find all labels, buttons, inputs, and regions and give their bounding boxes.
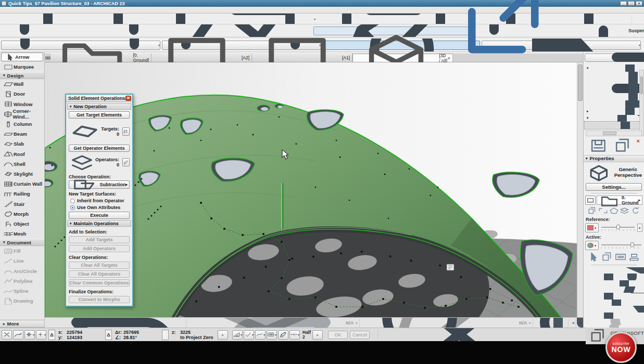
quick-option-row[interactable]: 02 DRAFTING ▸ bbox=[584, 293, 644, 299]
get-operator-elements-button[interactable]: Get Operator Elements bbox=[69, 145, 130, 152]
toolbox-more[interactable]: ▸ More bbox=[0, 320, 44, 328]
panes-grid-icon[interactable] bbox=[45, 54, 51, 62]
new-operation-section[interactable]: ▾New Operation bbox=[67, 103, 131, 110]
toolbox-item[interactable]: Wall bbox=[0, 79, 44, 89]
edit-tool-button[interactable]: ▾ bbox=[537, 330, 586, 339]
toolbox-item[interactable]: Object bbox=[0, 219, 44, 229]
scrollbar-thumb[interactable] bbox=[578, 64, 583, 101]
clear-common-operations-button[interactable]: Clear Common Operations bbox=[69, 279, 130, 287]
new-folder-icon[interactable] bbox=[612, 138, 634, 153]
dialog-close-icon[interactable]: ✕ bbox=[125, 96, 131, 101]
tab-close-icon[interactable]: × bbox=[448, 56, 450, 61]
coordinate-value[interactable]: 28.81° bbox=[123, 335, 137, 340]
guide-tool-button[interactable] bbox=[278, 330, 288, 340]
quick-option-row[interactable]: No Overrides ▸ bbox=[584, 300, 644, 306]
story-marker-button[interactable] bbox=[585, 196, 596, 205]
toolbox-item[interactable]: Window bbox=[0, 99, 44, 109]
add-operators-button[interactable]: Add Operators bbox=[69, 245, 130, 252]
tree-item[interactable]: TITLEBLOCK - A1 VER bbox=[585, 86, 644, 93]
split-icon[interactable] bbox=[614, 252, 627, 262]
tree-item[interactable]: Generic Perspective bbox=[585, 122, 644, 129]
guide-tool-button[interactable]: ▾ bbox=[289, 330, 300, 340]
guide-tool-button[interactable]: ▾ bbox=[267, 330, 277, 340]
properties-header[interactable]: ▾ Properties bbox=[584, 155, 644, 162]
tree-item[interactable]: GRAPHIC SCALE - 1:1 bbox=[585, 72, 644, 79]
reference-opacity-slider[interactable] bbox=[600, 224, 636, 231]
quick-option-row[interactable]: N/A ▸ bbox=[584, 319, 644, 325]
toolbox-item[interactable]: Morph bbox=[0, 209, 44, 219]
project-chooser-button[interactable]: ▸ bbox=[585, 54, 644, 62]
pick-targets-button[interactable] bbox=[122, 127, 130, 136]
tree-item[interactable]: ▾ 3D bbox=[585, 115, 644, 122]
view-tab[interactable]: [A1] bbox=[252, 54, 352, 62]
toolbar-button[interactable] bbox=[315, 15, 472, 23]
snap-fraction[interactable]: Half 2 bbox=[301, 330, 312, 340]
quick-option-row[interactable]: Detailed Shading ▸ bbox=[584, 313, 644, 319]
coordinate-value[interactable]: 124193 bbox=[67, 335, 82, 340]
tree-scrollbar[interactable] bbox=[639, 70, 644, 136]
subscribe-now-badge[interactable]: subscribe NOW bbox=[605, 332, 637, 363]
toolbox-item[interactable]: Spline bbox=[0, 286, 44, 296]
toolbox-item[interactable]: Door bbox=[0, 89, 44, 99]
coordinate-value[interactable]: 257695 bbox=[123, 330, 139, 335]
cancel-button[interactable]: Cancel bbox=[350, 331, 370, 339]
coordinate-value[interactable]: 225794 bbox=[67, 330, 82, 335]
delta-toggle[interactable]: Δ bbox=[48, 330, 55, 340]
popout-icon[interactable] bbox=[453, 0, 579, 62]
tree-item[interactable]: Details bbox=[585, 100, 644, 108]
solid-element-operations-dialog[interactable]: Solid Element Operations ✕ ▾New Operatio… bbox=[65, 94, 133, 307]
settings-button[interactable]: Settings... bbox=[586, 183, 642, 191]
active-opacity-slider[interactable] bbox=[600, 242, 642, 249]
close-button[interactable]: × bbox=[636, 1, 642, 6]
maintain-operations-section[interactable]: ▾Maintain Operations bbox=[67, 220, 131, 227]
ok-button[interactable]: OK bbox=[328, 331, 348, 339]
quick-option-row[interactable]: 06 SHOW ALL ELEMENTS ▸ bbox=[584, 306, 644, 312]
toolbox-item[interactable]: ▾ Design bbox=[0, 72, 44, 79]
view-nav-button[interactable] bbox=[201, 319, 357, 327]
add-targets-button[interactable]: Add Targets bbox=[69, 236, 130, 243]
toolbox-item[interactable]: Polyline bbox=[0, 276, 44, 286]
toolbox-item[interactable]: ▾ Document bbox=[0, 239, 44, 246]
refresh-icon[interactable] bbox=[630, 207, 641, 215]
active-color-button[interactable]: ▸ bbox=[585, 241, 599, 250]
toolbox-item[interactable]: Fill bbox=[0, 246, 44, 256]
toolbox-item[interactable]: Roof bbox=[0, 149, 44, 159]
tree-item[interactable]: TITLEBLOCK - A1 HOR bbox=[585, 79, 644, 86]
toolbar-button[interactable] bbox=[632, 15, 644, 23]
save-view-icon[interactable] bbox=[588, 138, 609, 153]
toolbox-item[interactable]: Beam bbox=[0, 129, 44, 139]
rotate-ref-icon[interactable] bbox=[609, 207, 620, 215]
maximize-button[interactable]: □ bbox=[628, 1, 635, 6]
snap-arrow-button[interactable]: ▸ bbox=[312, 330, 323, 340]
toolbar-button[interactable] bbox=[1, 15, 157, 23]
toolbox-item[interactable]: Arrow bbox=[1, 53, 43, 61]
toolbox-item[interactable]: Corner-Wind... bbox=[0, 109, 44, 119]
view-tab[interactable]: [3D / All] × bbox=[352, 54, 453, 62]
get-target-elements-button[interactable]: Get Target Elements bbox=[69, 111, 130, 119]
toolbox-item[interactable]: Line bbox=[0, 256, 44, 266]
toolbox-item[interactable]: Arc/Circle bbox=[0, 266, 44, 276]
inherit-from-operator-radio[interactable]: Inherit from Operator bbox=[70, 198, 128, 203]
coordinate-value[interactable]: 3225 bbox=[180, 330, 191, 335]
trace-icon[interactable] bbox=[587, 207, 598, 215]
guide-tool-button[interactable]: ▾ bbox=[232, 330, 243, 340]
toolbox-item[interactable]: Curtain Wall bbox=[0, 179, 44, 189]
toolbox-item[interactable]: Mesh bbox=[0, 229, 44, 239]
switch-ref-icon[interactable] bbox=[619, 207, 630, 215]
toolbox-item[interactable]: Railing bbox=[0, 189, 44, 199]
pick-operators-button[interactable] bbox=[122, 158, 130, 166]
tree-item[interactable]: ▾ Worksheets bbox=[585, 64, 644, 72]
toolbox-item[interactable]: Shell bbox=[0, 159, 44, 169]
use-own-attributes-radio[interactable]: Use Own Attributes bbox=[70, 205, 128, 210]
delta-toggle[interactable] bbox=[162, 330, 169, 340]
view-nav-button[interactable] bbox=[357, 319, 513, 327]
view-nav-button[interactable] bbox=[513, 319, 583, 327]
execute-button[interactable]: Execute bbox=[69, 212, 130, 219]
move-ref-icon[interactable] bbox=[598, 207, 609, 215]
toolbar-button[interactable]: ▾ bbox=[157, 15, 315, 23]
toolbox-item[interactable]: Column bbox=[0, 119, 44, 129]
reference-more-button[interactable]: ▸ bbox=[637, 224, 642, 232]
clear-all-operators-button[interactable]: Clear All Operators bbox=[69, 270, 130, 278]
operation-dropdown[interactable]: Subtraction ▸ bbox=[69, 180, 130, 189]
quick-option-row[interactable]: Entire Model ▸ bbox=[584, 280, 644, 287]
